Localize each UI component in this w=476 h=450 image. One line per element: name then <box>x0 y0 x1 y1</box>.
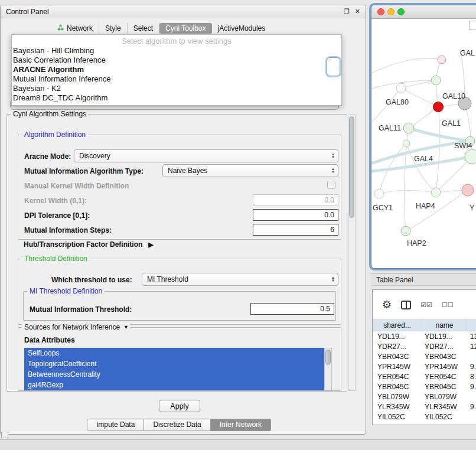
dropdown-item[interactable]: Basic Correlation Inference <box>12 56 341 65</box>
deselect-all-rows-icon[interactable]: ☐☐ <box>442 301 454 309</box>
network-node[interactable] <box>438 56 446 64</box>
hub-definition-toggle[interactable]: Hub/Transcription Factor Definition ▶ <box>24 240 154 249</box>
tab-discretize-data[interactable]: Discretize Data <box>144 419 210 431</box>
network-edge[interactable] <box>436 107 440 193</box>
cell-name: YPR145W <box>422 363 467 371</box>
cell-value: 12 <box>467 343 476 351</box>
mi-threshold-field[interactable]: 0.5 <box>250 303 334 315</box>
network-node-selected[interactable] <box>433 102 444 112</box>
table-toolbar: ⚙ ☑☑ ☐☐ <box>373 290 476 319</box>
network-node[interactable] <box>396 83 406 93</box>
select-value: Naive Bayes <box>168 167 331 175</box>
table-row[interactable]: YPR145W YPR145W 9. <box>373 361 476 371</box>
cell-name: YER054C <box>422 373 467 381</box>
cell-value: 9. <box>467 383 476 391</box>
manual-kernel-checkbox[interactable] <box>327 181 335 189</box>
node-label: GAL11 <box>379 124 401 132</box>
table-row[interactable]: YER054C YER054C 8. <box>373 371 476 381</box>
table-row[interactable]: YDL19... YDL19... 13 <box>373 331 476 341</box>
dropdown-item[interactable]: Mutual Information Inference <box>12 74 341 84</box>
network-node[interactable] <box>462 184 474 196</box>
column-header-cropped[interactable] <box>467 320 476 331</box>
table-row[interactable]: YDR27... YDR27... 12 <box>373 341 476 351</box>
close-traffic-light[interactable] <box>377 8 384 15</box>
network-node[interactable] <box>431 188 441 197</box>
group-title: Algorithm Definition <box>22 131 88 139</box>
sources-group-title[interactable]: Sources for Network Inference ▼ <box>22 323 131 331</box>
select-all-rows-icon[interactable]: ☑☑ <box>420 301 432 309</box>
minimize-traffic-light[interactable] <box>387 8 395 15</box>
group-title: Threshold Definition <box>22 255 90 263</box>
network-node[interactable] <box>465 149 476 164</box>
aracne-mode-select[interactable]: Discovery ▲ ▼ <box>74 149 338 162</box>
network-edge[interactable] <box>371 58 442 73</box>
dropdown-item[interactable]: Bayesian - Hill Climbing <box>12 46 341 56</box>
network-graph: GAL GAL80 GAL10 GAL11 GAL1 SWI4 GAL4 GCY… <box>371 19 476 268</box>
attribute-item[interactable]: TopologicalCoefficient <box>24 358 324 369</box>
apply-button[interactable]: Apply <box>159 400 200 412</box>
node-label: Y <box>470 204 475 212</box>
select-value: MI Threshold <box>147 275 331 283</box>
scrollbar-thumb[interactable] <box>325 350 331 365</box>
mi-steps-field[interactable]: 6 <box>253 224 338 236</box>
float-window-icon[interactable]: ❐ <box>344 8 350 15</box>
dropdown-item-selected[interactable]: ARACNE Algorithm <box>12 65 341 74</box>
aracne-mode-label: Aracne Mode: <box>24 152 71 161</box>
gear-icon[interactable]: ⚙ <box>382 299 392 310</box>
scrollbar-thumb[interactable] <box>349 116 354 218</box>
column-header-shared-name[interactable]: shared... <box>373 320 422 331</box>
dropdown-item[interactable]: Dream8 DC_TDC Algorithm <box>12 93 341 103</box>
cell-shared-name: YLR345W <box>373 403 422 411</box>
cell-shared-name: YDR27... <box>373 343 422 351</box>
control-panel-titlebar[interactable]: Control Panel ❐ ✕ <box>1 5 366 18</box>
close-icon[interactable]: ✕ <box>355 8 360 15</box>
node-label: GAL4 <box>414 155 433 163</box>
tab-cyni-toolbox[interactable]: Cyni Toolbox <box>159 23 211 34</box>
table-row[interactable]: YBL079W YBL079W <box>373 392 476 402</box>
settings-scrollbar[interactable] <box>348 115 356 391</box>
dropdown-item[interactable]: Bayesian - K2 <box>12 84 341 93</box>
network-node[interactable] <box>403 140 410 147</box>
dpi-tolerance-field[interactable]: 0.0 <box>253 209 338 221</box>
tab-jactivemodules[interactable]: jActiveModules <box>212 23 272 34</box>
panel-grip-icon[interactable] <box>1 432 8 438</box>
attribute-item[interactable]: gal4RGexp <box>24 380 324 390</box>
zoom-traffic-light[interactable] <box>397 8 405 15</box>
mi-threshold-group: MI Threshold Definition Mutual Informati… <box>23 291 336 321</box>
tab-impute-data[interactable]: Impute Data <box>87 419 144 431</box>
attribute-item[interactable]: BetweennessCentrality <box>24 369 324 380</box>
mi-type-select[interactable]: Naive Bayes ▲ ▼ <box>162 164 338 177</box>
focused-text-field[interactable] <box>327 57 340 76</box>
cell-shared-name: YBR043C <box>373 353 422 361</box>
field-value: 6 <box>330 226 334 234</box>
scrollbar-corner[interactable] <box>469 21 476 30</box>
kernel-width-field[interactable]: 0.0 <box>253 194 338 206</box>
tab-style[interactable]: Style <box>99 23 128 34</box>
table-row[interactable]: YIL052C YIL052C <box>373 412 476 422</box>
attribute-item[interactable]: SelfLoops <box>24 348 324 358</box>
network-edge[interactable] <box>401 80 436 88</box>
tab-select[interactable]: Select <box>128 23 159 34</box>
network-edge[interactable] <box>379 191 436 194</box>
column-manager-icon[interactable] <box>401 301 411 309</box>
control-panel-window: Control Panel ❐ ✕ Network Style Select <box>0 5 366 435</box>
tab-infer-network[interactable]: Infer Network <box>211 419 271 431</box>
network-node[interactable] <box>403 123 414 133</box>
cell-name: YLR345W <box>422 403 467 411</box>
attributes-scrollbar[interactable] <box>324 348 332 390</box>
network-canvas[interactable]: GAL GAL80 GAL10 GAL11 GAL1 SWI4 GAL4 GCY… <box>371 19 476 268</box>
sources-group: Sources for Network Inference ▼ Data Att… <box>18 327 341 391</box>
which-threshold-select[interactable]: MI Threshold ▲ ▼ <box>142 273 338 286</box>
which-threshold-label: Which threshold to use: <box>51 276 132 284</box>
tab-network[interactable]: Network <box>51 23 99 34</box>
network-node[interactable] <box>374 189 384 198</box>
table-row[interactable]: YLR345W YLR345W 9. <box>373 402 476 412</box>
network-node[interactable] <box>431 76 441 85</box>
network-node[interactable] <box>401 226 410 236</box>
cell-value: 9. <box>467 363 476 371</box>
table-row[interactable]: YBR045C YBR045C 9. <box>373 381 476 392</box>
table-row[interactable]: YBR043C YBR043C <box>373 351 476 361</box>
arrow-down-icon: ▼ <box>331 171 335 174</box>
network-window-titlebar[interactable] <box>371 5 476 19</box>
column-header-name[interactable]: name <box>422 320 467 331</box>
